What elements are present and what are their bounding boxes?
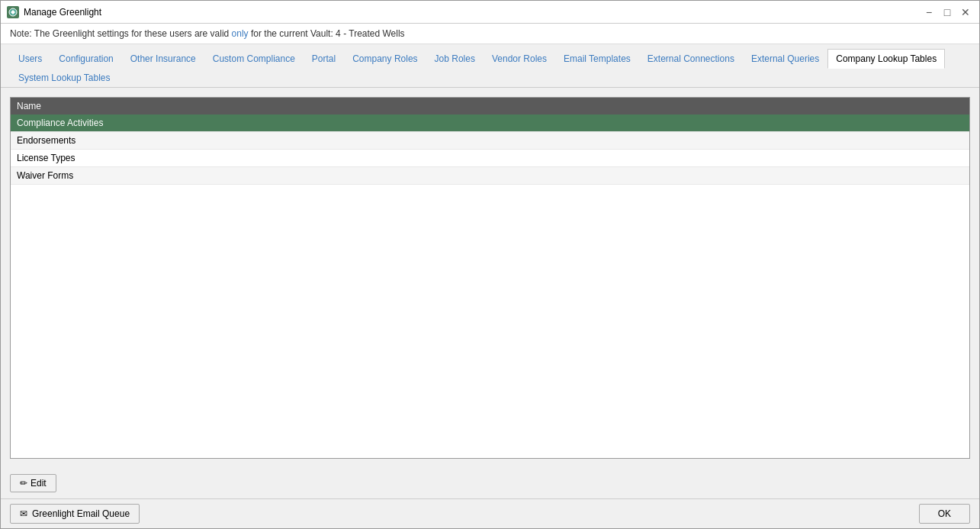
edit-button[interactable]: ✏ Edit <box>10 474 56 492</box>
minimize-button[interactable]: − <box>921 5 937 20</box>
tab-vendor-roles[interactable]: Vendor Roles <box>484 49 555 68</box>
footer-bar: ✉ Greenlight Email Queue OK <box>1 498 979 528</box>
window-controls: − □ ✕ <box>921 5 973 20</box>
tab-other-insurance[interactable]: Other Insurance <box>122 49 204 68</box>
tab-portal[interactable]: Portal <box>304 49 344 68</box>
main-window: Manage Greenlight − □ ✕ Note: The Greenl… <box>0 0 980 529</box>
tab-external-queries[interactable]: External Queries <box>743 49 827 68</box>
tab-bar: Users Configuration Other Insurance Cust… <box>1 44 979 88</box>
note-highlight: only <box>232 28 249 39</box>
tab-custom-compliance[interactable]: Custom Compliance <box>204 49 304 68</box>
email-queue-button[interactable]: ✉ Greenlight Email Queue <box>10 504 140 524</box>
note-bar: Note: The Greenlight settings for these … <box>1 24 979 44</box>
edit-label: Edit <box>31 478 47 489</box>
tab-job-roles[interactable]: Job Roles <box>426 49 484 68</box>
maximize-button[interactable]: □ <box>940 5 955 20</box>
tab-email-templates[interactable]: Email Templates <box>555 49 639 68</box>
ok-button[interactable]: OK <box>919 504 970 524</box>
table-header: Name <box>11 98 969 115</box>
tab-company-roles[interactable]: Company Roles <box>344 49 426 68</box>
pencil-icon: ✏ <box>20 478 27 489</box>
table-row[interactable]: License Types <box>11 150 969 167</box>
note-suffix: for the current Vault: 4 - Treated Wells <box>249 28 405 39</box>
lookup-table: Name Compliance Activities Endorsements … <box>10 97 970 459</box>
main-content: Name Compliance Activities Endorsements … <box>1 88 979 468</box>
table-row[interactable]: Endorsements <box>11 132 969 150</box>
tab-system-lookup-tables[interactable]: System Lookup Tables <box>10 68 119 87</box>
email-queue-label: Greenlight Email Queue <box>32 508 130 519</box>
title-bar: Manage Greenlight − □ ✕ <box>1 1 979 24</box>
tab-company-lookup-tables[interactable]: Company Lookup Tables <box>827 49 945 69</box>
tab-users[interactable]: Users <box>10 49 50 68</box>
envelope-icon: ✉ <box>20 508 27 519</box>
table-row[interactable]: Waiver Forms <box>11 167 969 185</box>
note-prefix: Note: The Greenlight settings for these … <box>10 28 232 39</box>
tab-configuration[interactable]: Configuration <box>50 49 121 68</box>
close-button[interactable]: ✕ <box>958 5 973 20</box>
window-title: Manage Greenlight <box>24 7 921 18</box>
bottom-toolbar: ✏ Edit <box>1 468 979 498</box>
app-icon <box>7 6 19 18</box>
tab-external-connections[interactable]: External Connections <box>639 49 743 68</box>
table-row[interactable]: Compliance Activities <box>11 115 969 132</box>
